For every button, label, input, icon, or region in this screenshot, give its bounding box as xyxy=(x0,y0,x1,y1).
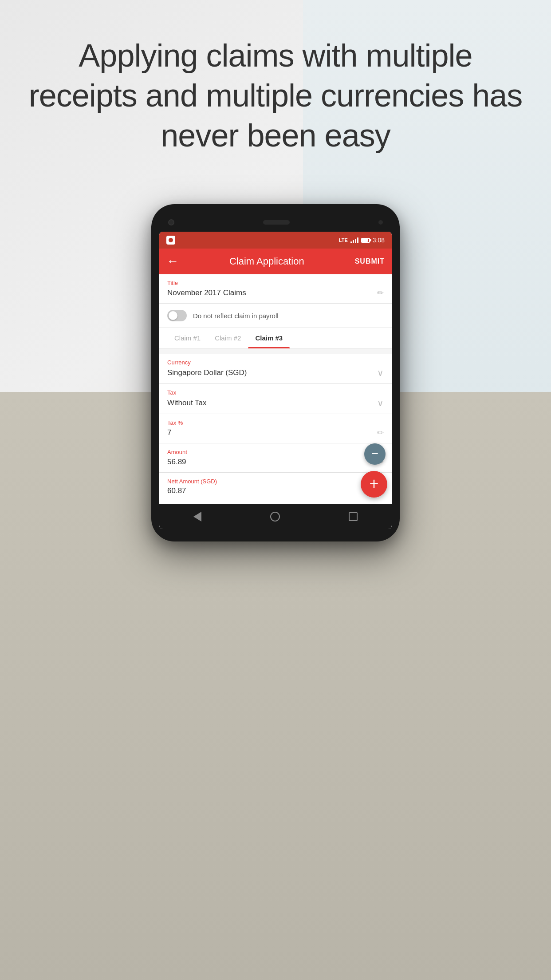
nett-section: Nett Amount (SGD) 60.87 + xyxy=(159,473,392,504)
title-section: Title November 2017 Claims ✏ xyxy=(159,274,392,304)
toggle-row: Do not reflect claim in payroll xyxy=(159,304,392,328)
signal-bar-4 xyxy=(357,237,358,243)
taxpct-section: Tax % 7 ✏ xyxy=(159,414,392,443)
phone-screen: LTE 3:08 ← Claim Application xyxy=(159,232,392,529)
tab-claim-1[interactable]: Claim #1 xyxy=(167,328,208,348)
hero-section: Applying claims with multiple receipts a… xyxy=(0,36,551,155)
tax-value: Without Tax xyxy=(167,399,377,407)
status-right: LTE 3:08 xyxy=(339,237,385,244)
app-notification-icon xyxy=(166,236,175,245)
claim-tabs: Claim #1 Claim #2 Claim #3 xyxy=(159,328,392,348)
taxpct-label: Tax % xyxy=(167,419,384,426)
nav-home-button[interactable] xyxy=(270,512,280,522)
tax-label: Tax xyxy=(167,389,384,396)
status-bar: LTE 3:08 xyxy=(159,232,392,249)
amount-row: 56.89 ✏ xyxy=(167,457,384,467)
nett-label: Nett Amount (SGD) xyxy=(167,478,384,485)
lte-indicator: LTE xyxy=(339,237,348,243)
title-row: November 2017 Claims ✏ xyxy=(167,288,384,298)
phone-body: LTE 3:08 ← Claim Application xyxy=(151,204,400,541)
app-header: ← Claim Application SUBMIT xyxy=(159,249,392,274)
add-claim-button[interactable]: + xyxy=(361,471,387,498)
signal-bar-2 xyxy=(353,240,354,243)
android-nav-bar xyxy=(159,504,392,529)
tab-claim-2[interactable]: Claim #2 xyxy=(208,328,248,348)
currency-value: Singapore Dollar (SGD) xyxy=(167,368,377,377)
front-camera xyxy=(168,219,174,225)
tax-row[interactable]: Without Tax ∨ xyxy=(167,398,384,408)
phone-top-bar xyxy=(159,217,392,232)
currency-section: Currency Singapore Dollar (SGD) ∨ xyxy=(159,354,392,384)
back-button[interactable]: ← xyxy=(166,254,179,269)
phone-speaker xyxy=(263,220,290,225)
taxpct-row: 7 ✏ xyxy=(167,428,384,438)
toggle-label-text: Do not reflect claim in payroll xyxy=(193,312,279,320)
hero-heading: Applying claims with multiple receipts a… xyxy=(27,36,524,155)
battery-icon xyxy=(361,238,370,243)
taxpct-edit-icon[interactable]: ✏ xyxy=(377,428,384,438)
currency-chevron-icon: ∨ xyxy=(377,368,384,378)
battery-fill xyxy=(362,239,368,242)
signal-bars xyxy=(350,237,358,243)
amount-label: Amount xyxy=(167,449,384,455)
recents-nav-icon xyxy=(349,512,358,521)
minus-icon: − xyxy=(371,447,378,460)
status-left xyxy=(166,236,175,245)
taxpct-value: 7 xyxy=(167,428,377,437)
signal-bar-1 xyxy=(350,241,352,243)
tax-section: Tax Without Tax ∨ xyxy=(159,384,392,414)
title-label: Title xyxy=(167,280,384,286)
payroll-toggle[interactable] xyxy=(167,310,187,321)
signal-bar-3 xyxy=(355,239,356,243)
nav-recents-button[interactable] xyxy=(349,512,358,521)
title-value: November 2017 Claims xyxy=(167,288,377,297)
currency-label: Currency xyxy=(167,359,384,366)
amount-section: Amount 56.89 ✏ − xyxy=(159,443,392,473)
back-nav-icon xyxy=(193,512,201,522)
nett-value: 60.87 xyxy=(167,486,384,495)
remove-claim-button[interactable]: − xyxy=(364,443,386,465)
clock-display: 3:08 xyxy=(373,237,385,244)
nav-back-button[interactable] xyxy=(193,512,201,522)
plus-icon: + xyxy=(369,476,378,492)
home-nav-icon xyxy=(270,512,280,522)
title-edit-icon[interactable]: ✏ xyxy=(377,288,384,298)
nett-row: 60.87 xyxy=(167,486,384,495)
submit-button[interactable]: SUBMIT xyxy=(355,257,385,265)
tax-chevron-icon: ∨ xyxy=(377,398,384,408)
page-title: Claim Application xyxy=(229,256,304,267)
tab-separator xyxy=(159,348,392,354)
phone-mockup: LTE 3:08 ← Claim Application xyxy=(151,204,400,541)
amount-value: 56.89 xyxy=(167,458,377,466)
toggle-knob xyxy=(169,311,177,320)
currency-row[interactable]: Singapore Dollar (SGD) ∨ xyxy=(167,368,384,378)
tab-claim-3[interactable]: Claim #3 xyxy=(248,328,290,348)
phone-sensor xyxy=(378,220,383,225)
